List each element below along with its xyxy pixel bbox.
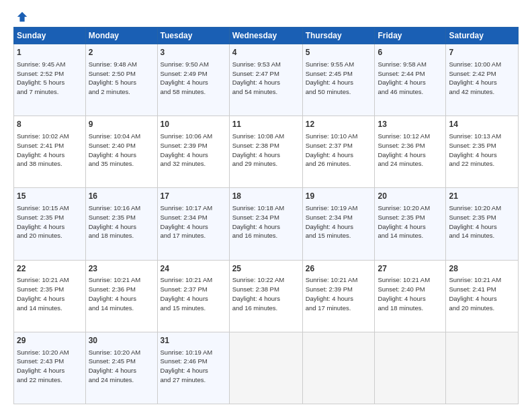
calendar-cell-28: 28Sunrise: 10:21 AMSunset: 2:41 PMDaylig… [446, 260, 519, 332]
info-line: Sunrise: 9:55 AM [306, 60, 372, 69]
info-line: and 26 minutes. [306, 159, 372, 169]
calendar-week-5: 29Sunrise: 10:20 AMSunset: 2:43 PMDaylig… [14, 332, 519, 404]
info-line: Sunrise: 10:20 AM [17, 348, 83, 357]
info-line: and 16 minutes. [232, 304, 300, 313]
info-line: and 14 minutes. [17, 304, 83, 313]
info-line: Daylight: 4 hours [17, 150, 83, 160]
info-line: Sunrise: 10:20 AM [378, 203, 443, 213]
svg-marker-0 [17, 12, 27, 21]
calendar-cell-9: 9Sunrise: 10:04 AMSunset: 2:40 PMDayligh… [85, 116, 157, 188]
info-line: Daylight: 4 hours [378, 222, 443, 232]
info-line: Sunset: 2:47 PM [232, 69, 300, 79]
info-line: Sunset: 2:49 PM [161, 69, 226, 79]
info-line: and 50 minutes. [306, 87, 372, 97]
info-line: Daylight: 4 hours [449, 294, 515, 304]
info-line: Sunset: 2:41 PM [449, 285, 515, 294]
info-line: Sunset: 2:40 PM [378, 285, 443, 294]
info-line: and 18 minutes. [89, 231, 154, 240]
day-number: 28 [449, 263, 515, 275]
info-line: Daylight: 4 hours [232, 294, 300, 304]
day-info: Sunrise: 10:18 AMSunset: 2:34 PMDaylight… [232, 203, 300, 240]
calendar-cell-empty [229, 332, 302, 404]
calendar-cell-12: 12Sunrise: 10:10 AMSunset: 2:37 PMDaylig… [302, 116, 375, 188]
info-line: Sunrise: 10:16 AM [89, 203, 154, 213]
info-line: Sunset: 2:37 PM [306, 141, 372, 150]
info-line: Daylight: 4 hours [17, 366, 83, 375]
day-info: Sunrise: 10:15 AMSunset: 2:35 PMDaylight… [17, 203, 83, 240]
info-line: Daylight: 4 hours [378, 294, 443, 304]
calendar-cell-15: 15Sunrise: 10:15 AMSunset: 2:35 PMDaylig… [14, 188, 86, 260]
info-line: and 16 minutes. [232, 231, 300, 240]
calendar-week-1: 1Sunrise: 9:45 AMSunset: 2:52 PMDaylight… [14, 44, 519, 116]
day-number: 23 [89, 263, 154, 275]
calendar-cell-22: 22Sunrise: 10:21 AMSunset: 2:35 PMDaylig… [14, 260, 86, 332]
day-number: 20 [378, 191, 443, 202]
info-line: Sunrise: 10:21 AM [89, 275, 154, 285]
calendar-table: SundayMondayTuesdayWednesdayThursdayFrid… [13, 27, 519, 404]
day-info: Sunrise: 10:20 AMSunset: 2:35 PMDaylight… [449, 203, 515, 240]
day-info: Sunrise: 10:04 AMSunset: 2:40 PMDaylight… [89, 132, 154, 169]
info-line: Sunrise: 10:06 AM [161, 132, 226, 141]
info-line: Sunrise: 10:19 AM [306, 203, 372, 213]
info-line: Daylight: 4 hours [161, 366, 226, 375]
info-line: and 32 minutes. [161, 159, 226, 169]
info-line: Daylight: 4 hours [89, 366, 154, 375]
calendar-header-friday: Friday [375, 28, 446, 44]
info-line: and 7 minutes. [17, 87, 83, 97]
info-line: Sunset: 2:34 PM [306, 213, 372, 222]
header [13, 11, 519, 20]
day-info: Sunrise: 10:19 AMSunset: 2:34 PMDaylight… [306, 203, 372, 240]
info-line: Daylight: 4 hours [89, 222, 154, 232]
info-line: Sunset: 2:41 PM [17, 141, 83, 150]
calendar-cell-27: 27Sunrise: 10:21 AMSunset: 2:40 PMDaylig… [375, 260, 446, 332]
info-line: Sunset: 2:34 PM [232, 213, 300, 222]
day-info: Sunrise: 10:02 AMSunset: 2:41 PMDaylight… [17, 132, 83, 169]
info-line: Sunset: 2:35 PM [17, 285, 83, 294]
info-line: Sunset: 2:39 PM [306, 285, 372, 294]
info-line: Sunset: 2:35 PM [89, 213, 154, 222]
day-number: 5 [306, 47, 372, 58]
info-line: Daylight: 4 hours [161, 294, 226, 304]
info-line: Daylight: 4 hours [232, 222, 300, 232]
day-info: Sunrise: 10:08 AMSunset: 2:38 PMDaylight… [232, 132, 300, 169]
day-info: Sunrise: 10:21 AMSunset: 2:39 PMDaylight… [306, 275, 372, 312]
day-number: 16 [89, 191, 154, 202]
calendar-header-tuesday: Tuesday [157, 28, 229, 44]
day-info: Sunrise: 10:21 AMSunset: 2:35 PMDaylight… [17, 275, 83, 312]
info-line: Sunset: 2:35 PM [378, 213, 443, 222]
info-line: and 29 minutes. [232, 159, 300, 169]
info-line: Sunrise: 10:15 AM [17, 203, 83, 213]
info-line: Sunrise: 10:21 AM [17, 275, 83, 285]
info-line: Daylight: 4 hours [449, 150, 515, 160]
info-line: Sunrise: 9:45 AM [17, 60, 83, 69]
info-line: and 20 minutes. [449, 304, 515, 313]
day-info: Sunrise: 10:16 AMSunset: 2:35 PMDaylight… [89, 203, 154, 240]
info-line: Sunset: 2:35 PM [17, 213, 83, 222]
calendar-cell-16: 16Sunrise: 10:16 AMSunset: 2:35 PMDaylig… [85, 188, 157, 260]
info-line: and 54 minutes. [232, 87, 300, 97]
info-line: Sunset: 2:34 PM [161, 213, 226, 222]
info-line: and 46 minutes. [378, 87, 443, 97]
info-line: and 42 minutes. [449, 87, 515, 97]
day-info: Sunrise: 9:58 AMSunset: 2:44 PMDaylight:… [378, 60, 443, 97]
info-line: and 15 minutes. [306, 231, 372, 240]
info-line: and 14 minutes. [378, 231, 443, 240]
day-number: 31 [161, 335, 226, 347]
day-info: Sunrise: 10:22 AMSunset: 2:38 PMDaylight… [232, 275, 300, 312]
day-info: Sunrise: 10:19 AMSunset: 2:46 PMDaylight… [161, 348, 226, 385]
calendar-cell-7: 7Sunrise: 10:00 AMSunset: 2:42 PMDayligh… [446, 44, 519, 116]
calendar-week-3: 15Sunrise: 10:15 AMSunset: 2:35 PMDaylig… [14, 188, 519, 260]
info-line: Sunset: 2:38 PM [232, 141, 300, 150]
calendar-cell-4: 4Sunrise: 9:53 AMSunset: 2:47 PMDaylight… [229, 44, 302, 116]
info-line: Sunset: 2:38 PM [232, 285, 300, 294]
day-number: 27 [378, 263, 443, 275]
info-line: Daylight: 4 hours [449, 78, 515, 87]
day-info: Sunrise: 10:21 AMSunset: 2:36 PMDaylight… [89, 275, 154, 312]
info-line: Sunset: 2:40 PM [89, 141, 154, 150]
calendar-cell-17: 17Sunrise: 10:17 AMSunset: 2:34 PMDaylig… [157, 188, 229, 260]
day-info: Sunrise: 10:17 AMSunset: 2:34 PMDaylight… [161, 203, 226, 240]
info-line: Sunrise: 10:20 AM [89, 348, 154, 357]
calendar-header-monday: Monday [85, 28, 157, 44]
info-line: Sunset: 2:44 PM [378, 69, 443, 79]
day-info: Sunrise: 10:21 AMSunset: 2:40 PMDaylight… [378, 275, 443, 312]
